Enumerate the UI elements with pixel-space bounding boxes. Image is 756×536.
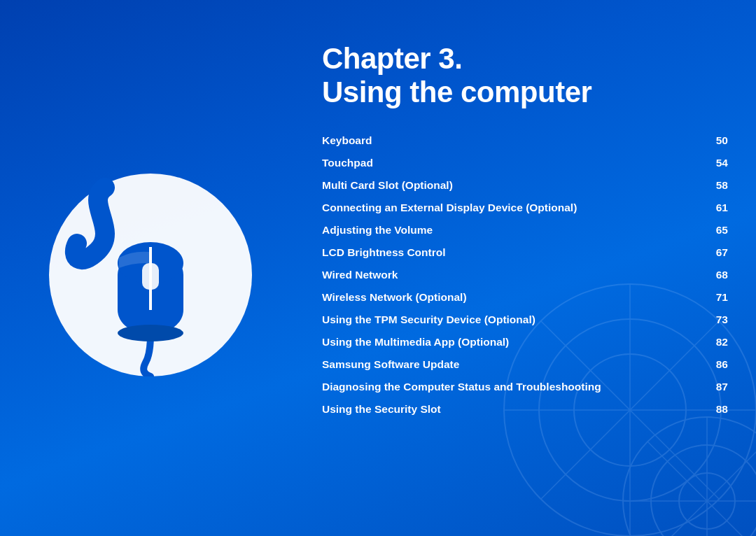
toc-item-page: 54	[707, 157, 728, 169]
toc-item[interactable]: Samsung Software Update86	[322, 353, 728, 376]
toc-item-label: Wired Network	[322, 269, 707, 281]
table-of-contents: Keyboard50Touchpad54Multi Card Slot (Opt…	[322, 129, 728, 421]
toc-item[interactable]: Wired Network68	[322, 264, 728, 286]
toc-item[interactable]: LCD Brightness Control67	[322, 241, 728, 264]
toc-item-page: 58	[707, 179, 728, 192]
toc-item[interactable]: Keyboard50	[322, 129, 728, 152]
toc-item-page: 73	[707, 313, 728, 326]
toc-item[interactable]: Wireless Network (Optional)71	[322, 286, 728, 309]
chapter-number: Chapter 3.	[322, 42, 728, 76]
toc-item[interactable]: Using the Multimedia App (Optional)82	[322, 331, 728, 353]
toc-item[interactable]: Connecting an External Display Device (O…	[322, 197, 728, 219]
left-illustration	[0, 0, 301, 536]
toc-item-label: Using the Security Slot	[322, 403, 707, 416]
toc-item-page: 82	[707, 336, 728, 348]
mouse-icon-container	[42, 160, 259, 376]
toc-item[interactable]: Using the TPM Security Device (Optional)…	[322, 309, 728, 331]
toc-item-label: Touchpad	[322, 157, 707, 169]
toc-item-label: Using the Multimedia App (Optional)	[322, 336, 707, 348]
chapter-title-text: Using the computer	[322, 76, 728, 109]
toc-item-label: Wireless Network (Optional)	[322, 291, 707, 304]
right-content: Chapter 3. Using the computer Keyboard50…	[322, 42, 728, 421]
toc-item-label: Connecting an External Display Device (O…	[322, 202, 707, 214]
toc-item[interactable]: Adjusting the Volume65	[322, 219, 728, 241]
toc-item[interactable]: Using the Security Slot88	[322, 398, 728, 421]
toc-item-page: 68	[707, 269, 728, 281]
toc-item-page: 67	[707, 246, 728, 259]
toc-item-label: Diagnosing the Computer Status and Troub…	[322, 381, 707, 393]
toc-item-label: Keyboard	[322, 134, 707, 147]
toc-item-page: 61	[707, 202, 728, 214]
toc-item[interactable]: Touchpad54	[322, 152, 728, 174]
toc-item[interactable]: Diagnosing the Computer Status and Troub…	[322, 376, 728, 398]
toc-item-page: 88	[707, 403, 728, 416]
toc-item-label: Adjusting the Volume	[322, 224, 707, 237]
toc-item-label: Using the TPM Security Device (Optional)	[322, 313, 707, 326]
mouse-icon	[42, 160, 259, 376]
toc-item-page: 87	[707, 381, 728, 393]
svg-rect-18	[142, 263, 159, 290]
toc-item-label: Multi Card Slot (Optional)	[322, 179, 707, 192]
toc-item-label: Samsung Software Update	[322, 358, 707, 371]
toc-item[interactable]: Multi Card Slot (Optional)58	[322, 174, 728, 197]
toc-item-page: 86	[707, 358, 728, 371]
svg-point-8	[651, 445, 756, 536]
toc-item-page: 65	[707, 224, 728, 237]
toc-item-page: 71	[707, 291, 728, 304]
toc-item-page: 50	[707, 134, 728, 147]
chapter-heading: Chapter 3. Using the computer	[322, 42, 728, 110]
svg-point-19	[118, 325, 183, 341]
toc-item-label: LCD Brightness Control	[322, 246, 707, 259]
